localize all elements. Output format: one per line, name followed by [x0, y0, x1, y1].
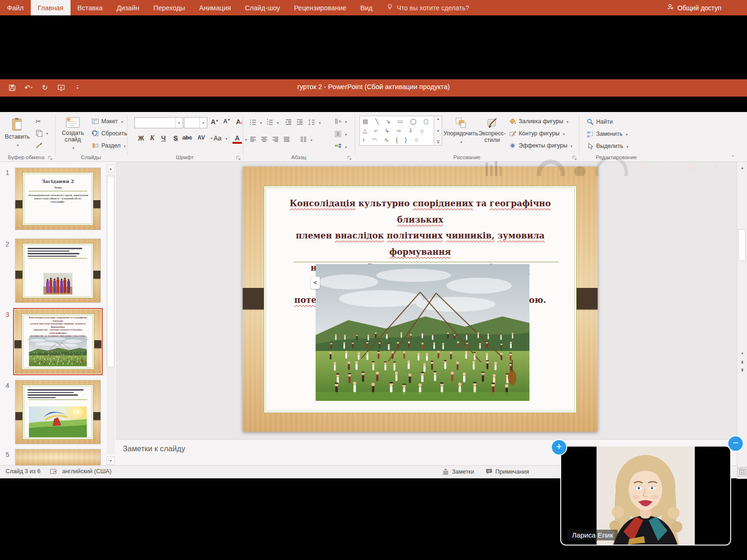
tab-view[interactable]: Вид: [353, 0, 380, 15]
chevron-down-icon[interactable]: [199, 118, 207, 128]
tab-slideshow[interactable]: Слайд-шоу: [238, 0, 287, 15]
find-button[interactable]: Найти: [586, 118, 613, 126]
scroll-up-button[interactable]: ▲: [737, 164, 747, 171]
clear-formatting-button[interactable]: А: [234, 118, 244, 126]
scroll-down-button[interactable]: ▼: [737, 350, 747, 357]
restore-button[interactable]: [681, 160, 702, 175]
slide-thumbnail-4[interactable]: [15, 380, 100, 444]
dialog-launcher-icon[interactable]: [346, 155, 352, 161]
align-right-button[interactable]: [272, 136, 279, 143]
character-spacing-button[interactable]: AV: [195, 134, 212, 141]
share-button[interactable]: Общий доступ: [667, 0, 721, 15]
tell-me-box[interactable]: Что вы хотите сделать?: [386, 0, 469, 15]
slide-photo-folk-ensemble[interactable]: [316, 264, 529, 401]
align-left-button[interactable]: [249, 136, 257, 143]
format-painter-button[interactable]: [35, 141, 43, 149]
previous-slide-button[interactable]: ▲▲: [737, 358, 747, 365]
overlay-collapse-chevron[interactable]: <: [311, 277, 320, 289]
language-indicator[interactable]: английский (США): [62, 468, 112, 475]
section-button[interactable]: Раздел: [92, 142, 126, 149]
shapes-gallery-scroll[interactable]: [435, 116, 442, 146]
gallery-more-icon[interactable]: [437, 141, 440, 144]
replace-button[interactable]: abac Заменить: [586, 130, 627, 138]
align-text-button[interactable]: [334, 130, 347, 138]
chevron-down-icon[interactable]: [175, 118, 183, 128]
tab-insert[interactable]: Вставка: [70, 0, 110, 15]
strikethrough-button[interactable]: abc: [181, 134, 193, 141]
overlay-zoom-out-button[interactable]: −: [727, 435, 744, 452]
underline-button[interactable]: Ч: [159, 134, 168, 142]
quick-styles-button[interactable]: Экспресс-стили: [477, 117, 507, 143]
overlay-zoom-in-button[interactable]: +: [551, 439, 567, 455]
dialog-launcher-icon[interactable]: [47, 155, 53, 161]
increase-indent-button[interactable]: [296, 119, 303, 126]
minimize-button[interactable]: [656, 160, 678, 175]
change-case-button[interactable]: Aa: [213, 134, 227, 142]
tab-file[interactable]: Файл: [0, 0, 31, 15]
columns-button[interactable]: [300, 136, 312, 143]
font-name-combo[interactable]: [134, 117, 183, 128]
layout-button[interactable]: Макет: [92, 118, 123, 125]
webcam-overlay[interactable]: Лариса Епик: [560, 446, 731, 546]
tab-design[interactable]: Дизайн: [110, 0, 147, 15]
slide-thumbnail-1[interactable]: Засідання 2 Тема «Етнонаціональні спільн…: [15, 168, 100, 230]
fit-slide-to-window-button[interactable]: [738, 467, 747, 476]
italic-button[interactable]: К: [148, 134, 157, 142]
shape-effects-button[interactable]: Эффекты фигуры: [509, 142, 572, 149]
decrease-indent-button[interactable]: [285, 119, 292, 126]
spellcheck-icon[interactable]: [49, 468, 57, 476]
bold-button[interactable]: Ж: [136, 134, 146, 142]
next-slide-button[interactable]: ▼▼: [737, 366, 747, 374]
numbering-button[interactable]: [266, 119, 279, 126]
shrink-font-button[interactable]: А▼: [222, 118, 232, 125]
bullets-button[interactable]: [249, 119, 262, 126]
tab-review[interactable]: Рецензирование: [287, 0, 353, 15]
notes-toggle-button[interactable]: Заметки: [442, 468, 474, 475]
close-button[interactable]: [705, 160, 726, 175]
tab-animations[interactable]: Анимация: [192, 0, 238, 15]
slide-thumbnail-3-selected[interactable]: Консолідація культурно споріднених та ге…: [14, 309, 101, 374]
comments-toggle-button[interactable]: Примечания: [486, 468, 529, 475]
shapes-gallery[interactable]: ▤ ╲ ↘ ▭ ◯ ▢ △ ⌐ ↳ ⇨ ⇩ ⌂ ≀ ◠ ∿ { } ☆: [359, 116, 434, 146]
tab-transitions[interactable]: Переходы: [147, 0, 192, 15]
thumbnails-scrollbar-thumb[interactable]: [107, 176, 114, 367]
shape-fill-button[interactable]: Заливка фигуры: [509, 118, 568, 125]
text-direction-button[interactable]: A: [334, 118, 347, 125]
reset-button[interactable]: Сбросить: [92, 130, 127, 137]
vertical-scrollbar-strip[interactable]: ▲ ▼ ▲▲ ▼▼: [737, 161, 747, 479]
collapse-ribbon-button[interactable]: ⌃: [728, 154, 738, 161]
dialog-launcher-icon[interactable]: [571, 155, 578, 161]
paste-button[interactable]: Вставить: [4, 116, 31, 149]
grow-font-button[interactable]: А▲: [210, 118, 219, 126]
thumbnails-scroll-up-button[interactable]: ▲: [106, 164, 115, 173]
align-center-button[interactable]: [261, 136, 268, 143]
convert-to-smartart-button[interactable]: [334, 143, 347, 150]
justify-button[interactable]: [283, 136, 290, 143]
slide-canvas[interactable]: Консолідація культурно споріднених та ге…: [243, 167, 598, 432]
select-button[interactable]: Выделить: [586, 142, 628, 150]
slide-content-panel[interactable]: Консолідація культурно споріднених та ге…: [264, 186, 577, 413]
copy-button[interactable]: [35, 129, 48, 137]
thumbnails-scrollbar[interactable]: [106, 174, 115, 454]
text-shadow-button[interactable]: S: [171, 134, 180, 142]
cut-button[interactable]: ✂: [35, 118, 41, 125]
notes-placeholder[interactable]: Заметки к слайду: [123, 444, 185, 453]
tab-home[interactable]: Главная: [31, 0, 70, 15]
svg-text:A: A: [338, 119, 341, 124]
scroll-up-icon[interactable]: [437, 117, 440, 120]
ribbon-display-options-button[interactable]: [632, 160, 654, 175]
line-spacing-button[interactable]: [308, 119, 321, 126]
thumbnails-scroll-down-button[interactable]: ▼: [106, 456, 115, 465]
font-size-combo[interactable]: [184, 117, 207, 128]
slide-editing-area[interactable]: Консолідація культурно споріднених та ге…: [116, 161, 737, 439]
slide-thumbnail-5[interactable]: [15, 449, 100, 465]
scroll-down-icon[interactable]: [437, 129, 440, 133]
slide-thumbnails-panel[interactable]: 1 Засідання 2 Тема «Етнонаціональні спіл…: [0, 161, 116, 465]
new-slide-button[interactable]: Создать слайд: [58, 116, 88, 152]
scrollbar-thumb[interactable]: [738, 229, 746, 261]
shape-outline-button[interactable]: Контур фигуры: [509, 130, 564, 137]
dialog-launcher-icon[interactable]: [235, 155, 241, 161]
slide-thumbnail-2[interactable]: [15, 239, 100, 302]
arrange-button[interactable]: Упорядочить: [445, 117, 476, 146]
font-color-button[interactable]: А: [233, 134, 247, 144]
